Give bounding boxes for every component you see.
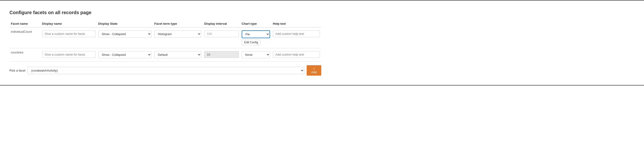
page-title: Configure facets on all records page <box>10 10 321 15</box>
display-name-cell <box>41 28 97 48</box>
add-facet-button[interactable]: + Add <box>307 65 321 76</box>
col-header-help-text: Help text <box>272 20 321 28</box>
chart-type-select[interactable]: NonePieBar <box>242 51 270 58</box>
facet-name-cell: countries <box>10 48 41 62</box>
col-header-facet-name: Facet name <box>10 20 41 28</box>
display-state-cell: Show - CollapsedShow - ExpandedHide <box>97 28 153 48</box>
col-header-facet-term-type: Facet term type <box>153 20 203 28</box>
display-interval-cell <box>203 28 240 48</box>
col-header-display-interval: Display interval <box>203 20 240 28</box>
help-text-input[interactable] <box>273 30 320 37</box>
help-text-input[interactable] <box>273 51 320 58</box>
chart-type-cell: PieBarNoneEdit Config <box>240 28 272 48</box>
display-interval-input[interactable] <box>204 30 238 37</box>
display-interval-input <box>204 51 238 58</box>
table-row: individualCountShow - CollapsedShow - Ex… <box>10 28 321 48</box>
table-row: countriesShow - CollapsedShow - Expanded… <box>10 48 321 62</box>
help-text-cell <box>272 28 321 48</box>
display-name-input[interactable] <box>42 30 96 37</box>
facet-term-type-select[interactable]: HistogramDefault <box>154 30 201 38</box>
facet-name-cell: individualCount <box>10 28 41 48</box>
col-header-display-name: Display name <box>41 20 97 28</box>
display-interval-cell <box>203 48 240 62</box>
pick-facet-select[interactable]: (coralwatchActivity)individualCountcount… <box>28 67 304 74</box>
pick-facet-row: Pick a facet (coralwatchActivity)individ… <box>10 65 321 76</box>
display-state-select[interactable]: Show - CollapsedShow - ExpandedHide <box>98 30 152 38</box>
facets-table: Facet name Display name Display State Fa… <box>10 20 321 62</box>
facet-term-type-cell: DefaultHistogram <box>153 48 203 62</box>
help-text-cell <box>272 48 321 62</box>
col-header-display-state: Display State <box>97 20 153 28</box>
display-state-select[interactable]: Show - CollapsedShow - ExpandedHide <box>98 51 152 58</box>
edit-config-button[interactable]: Edit Config <box>242 40 261 45</box>
display-name-input[interactable] <box>42 51 96 58</box>
chart-type-cell: NonePieBar <box>240 48 272 62</box>
col-header-chart-type: Chart type <box>240 20 272 28</box>
facet-term-type-select[interactable]: DefaultHistogram <box>154 51 201 58</box>
chart-type-select[interactable]: PieBarNone <box>242 30 270 38</box>
pick-facet-label: Pick a facet <box>10 69 25 72</box>
facet-term-type-cell: HistogramDefault <box>153 28 203 48</box>
display-name-cell <box>41 48 97 62</box>
display-state-cell: Show - CollapsedShow - ExpandedHide <box>97 48 153 62</box>
